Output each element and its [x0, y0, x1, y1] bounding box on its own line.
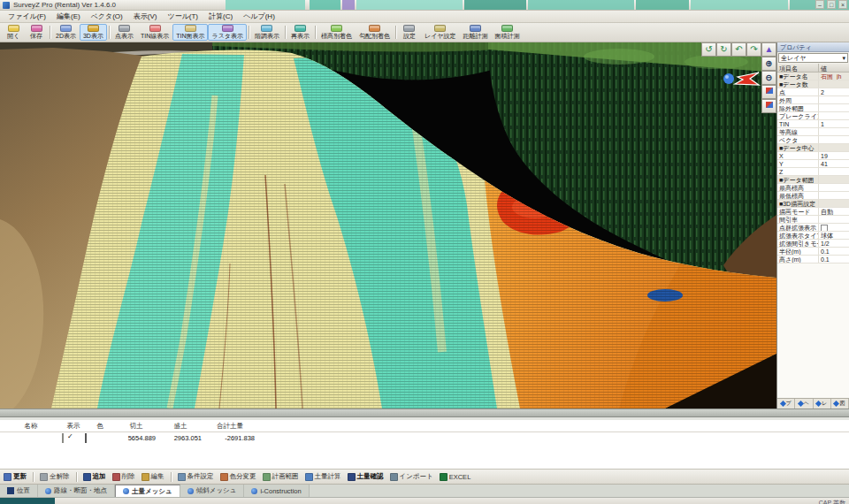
menu-view[interactable]: 表示(V): [129, 11, 162, 22]
menu-edit[interactable]: 編集(E): [52, 11, 85, 22]
save-button[interactable]: 保存: [25, 24, 48, 41]
tin-face-icon: [185, 25, 196, 32]
area-measure-button[interactable]: 面積計測: [491, 24, 523, 41]
points-display-button[interactable]: 点表示: [111, 24, 137, 41]
property-grid: ■データ名石固_jh ■データ数 点2 外周 除外範囲 ブレークライン TIN1…: [777, 73, 849, 263]
property-row[interactable]: TIN1: [777, 120, 849, 128]
property-row[interactable]: ■3D描画設定: [777, 200, 849, 208]
elevation-color-button[interactable]: 標高別着色: [317, 24, 356, 41]
menu-file[interactable]: ファイル(F): [4, 11, 50, 22]
tab-slope-mesh[interactable]: 傾斜メッシュ: [180, 485, 245, 497]
menu-bar: ファイル(F) 編集(E) ベクタ(O) 表示(V) ツール(T) 計算(C) …: [0, 11, 849, 23]
zoom-out-button[interactable]: ⊖: [761, 71, 776, 85]
maximize-button[interactable]: □: [827, 0, 836, 9]
panel-tab-properties[interactable]: プ: [777, 399, 795, 409]
table-row[interactable]: 5654.889 2963.051 -2691.838: [0, 432, 849, 443]
raster-display-button[interactable]: ラスタ表示: [208, 24, 247, 41]
cell-fill: 2963.051: [157, 434, 203, 442]
rotate-left-button[interactable]: ↺: [701, 42, 716, 57]
tin-wire-button[interactable]: TIN線表示: [137, 24, 172, 41]
open-icon: [8, 25, 19, 32]
tin-face-button[interactable]: TIN面表示: [172, 24, 208, 41]
tilt-right-button[interactable]: ↷: [746, 42, 761, 57]
menu-help[interactable]: ヘルプ(H): [239, 11, 279, 22]
layer-settings-button[interactable]: レイヤ設定: [421, 24, 460, 41]
property-row[interactable]: 外周: [777, 96, 849, 104]
zoom-in-button[interactable]: ⊕: [761, 57, 776, 71]
property-row[interactable]: 除外範囲: [777, 104, 849, 112]
panel-tab-2[interactable]: ヘ: [795, 399, 813, 409]
property-row[interactable]: 最高標高: [777, 184, 849, 192]
view-2d-button[interactable]: 2D表示: [52, 24, 80, 41]
tab-position[interactable]: 位置: [0, 485, 38, 497]
menu-tools[interactable]: ツール(T): [163, 11, 203, 22]
property-row[interactable]: 描画モード自動: [777, 208, 849, 216]
tab-route-section-point[interactable]: 路線・断面・地点: [38, 485, 115, 497]
panel-tab-map[interactable]: 図: [831, 399, 849, 409]
panel-tab-layers[interactable]: レ: [814, 399, 831, 409]
import-button[interactable]: インポート: [390, 472, 433, 481]
property-row[interactable]: ベクタ: [777, 136, 849, 144]
excel-button[interactable]: EXCEL: [440, 473, 471, 481]
property-row[interactable]: 等高線: [777, 128, 849, 136]
update-button[interactable]: 更新: [4, 472, 27, 481]
property-row[interactable]: 間引率: [777, 216, 849, 224]
pointcloud-extend-checkbox[interactable]: [819, 224, 849, 231]
add-button[interactable]: 追加: [83, 472, 106, 481]
property-row-checkbox[interactable]: 点群拡張表示: [777, 224, 849, 232]
toolbar-separator: [395, 26, 396, 39]
property-row[interactable]: ブレークライン: [777, 112, 849, 120]
layer-selector[interactable]: 全レイヤ▾: [778, 53, 848, 63]
gradation-button[interactable]: 階調表示: [251, 24, 283, 41]
tab-volume-mesh[interactable]: 土量メッシュ: [115, 485, 180, 497]
plan-range-button[interactable]: 計画範囲: [263, 472, 299, 481]
status-input-mode: CAP 英数: [819, 499, 845, 504]
tab-i-construction[interactable]: i-Construction: [244, 485, 309, 497]
property-row[interactable]: 拡張間引きモード1/2: [777, 240, 849, 248]
slope-color-button[interactable]: 勾配別着色: [356, 24, 394, 41]
minimize-button[interactable]: –: [815, 0, 824, 9]
3d-viewport[interactable]: ↺ ↻ ↶ ↷ ▲ ⊕ ⊖: [0, 42, 776, 409]
open-button[interactable]: 開く: [2, 24, 25, 41]
property-row[interactable]: Z: [777, 168, 849, 176]
property-row[interactable]: X19: [777, 152, 849, 160]
cell-show: [62, 434, 85, 442]
close-button[interactable]: ×: [838, 0, 847, 9]
home-view-button[interactable]: ▲: [761, 42, 776, 57]
clear-all-button[interactable]: 全解除: [40, 472, 70, 481]
dock-header-bar[interactable]: [0, 409, 849, 417]
pan-mode-button[interactable]: [761, 85, 776, 99]
property-row[interactable]: ■データ範囲: [777, 176, 849, 184]
volume-calc-button[interactable]: 土量計算: [305, 472, 341, 481]
property-row[interactable]: 高さ(m)0.1: [777, 256, 849, 263]
settings-button[interactable]: 設定: [398, 24, 421, 41]
edit-button[interactable]: 編集: [142, 472, 164, 481]
property-row[interactable]: 点2: [777, 88, 849, 96]
volume-check-button[interactable]: 土量確認: [348, 472, 384, 481]
compass-badge-icon: [123, 488, 129, 494]
property-row[interactable]: 半径(m)0.1: [777, 248, 849, 256]
distance-measure-button[interactable]: 距離計測: [459, 24, 491, 41]
property-row[interactable]: ■データ名石固_jh: [777, 73, 849, 80]
property-row[interactable]: ■データ数: [777, 80, 849, 88]
color-change-button[interactable]: 色分変更: [220, 472, 256, 481]
property-row[interactable]: 拡張表示タイプ球体: [777, 232, 849, 240]
show-checkbox[interactable]: [62, 433, 64, 443]
tilt-left-button[interactable]: ↶: [731, 42, 746, 57]
view-3d-icon: [88, 25, 99, 32]
status-left-block: [0, 498, 55, 504]
cell-color: [85, 434, 115, 442]
property-row[interactable]: Y41: [777, 160, 849, 168]
color-swatch[interactable]: [85, 433, 87, 443]
delete-button[interactable]: 削除: [112, 472, 135, 481]
property-row[interactable]: 最低標高: [777, 192, 849, 200]
view-3d-button[interactable]: 3D表示: [80, 24, 107, 41]
add-icon: [83, 473, 91, 481]
select-mode-button[interactable]: [761, 99, 776, 113]
menu-calc[interactable]: 計算(C): [204, 11, 237, 22]
property-row[interactable]: ■データ中心: [777, 144, 849, 152]
condition-settings-button[interactable]: 条件設定: [178, 472, 214, 481]
rotate-right-button[interactable]: ↻: [716, 42, 731, 57]
refresh-button[interactable]: 再表示: [287, 24, 313, 41]
menu-vector[interactable]: ベクタ(O): [87, 11, 127, 22]
